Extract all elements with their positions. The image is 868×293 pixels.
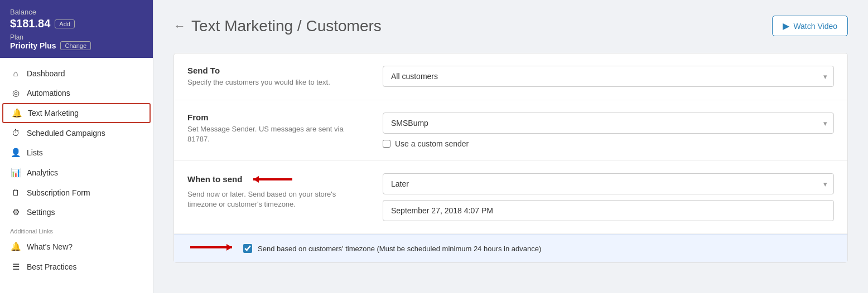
timezone-label: Send based on customers' timezone (Must …: [258, 245, 541, 253]
svg-marker-3: [226, 244, 232, 251]
form-section: Send To Specify the customers you would …: [173, 53, 848, 263]
automations-icon: ◎: [10, 88, 21, 98]
send-date-input[interactable]: [383, 200, 834, 221]
play-icon: ▶: [783, 21, 789, 31]
when-to-send-label-col: When to send Send now or later. Send bas…: [187, 173, 366, 209]
plan-label: Plan: [10, 33, 143, 41]
sidebar-item-best-practices[interactable]: ☰ Best Practices: [0, 257, 153, 277]
home-icon: ⌂: [10, 69, 21, 78]
sidebar-item-settings[interactable]: ⚙ Settings: [0, 202, 153, 222]
sidebar-item-label: Analytics: [27, 168, 58, 177]
send-to-control: All customers Specific customers Custome…: [383, 66, 834, 87]
sidebar-item-label: Lists: [27, 148, 43, 157]
sidebar-item-label: Dashboard: [27, 69, 65, 78]
when-to-send-label: When to send: [187, 173, 366, 187]
back-arrow-icon[interactable]: ←: [173, 19, 186, 33]
custom-sender-row: Use a custom sender: [383, 139, 834, 148]
sidebar-item-scheduled-campaigns[interactable]: ⏱ Scheduled Campaigns: [0, 123, 153, 143]
additional-links-label: Additional Links: [0, 222, 153, 237]
timezone-checkbox[interactable]: [243, 244, 252, 253]
sidebar-item-label: Automations: [27, 89, 70, 97]
sidebar-item-label: Settings: [27, 208, 55, 217]
analytics-icon: 📊: [10, 168, 21, 178]
sidebar-item-whats-new[interactable]: 🔔 What's New?: [0, 237, 153, 257]
sidebar-item-label: Text Marketing: [28, 109, 79, 118]
sidebar-item-label: What's New?: [27, 242, 73, 251]
send-to-label-col: Send To Specify the customers you would …: [187, 66, 366, 87]
balance-label: Balance: [10, 8, 143, 16]
sidebar-item-text-marketing[interactable]: 🔔 Text Marketing: [2, 103, 151, 123]
when-to-send-description: Send now or later. Send based on your st…: [187, 189, 366, 209]
from-label-col: From Set Message Sender. US messages are…: [187, 113, 366, 144]
watch-video-label: Watch Video: [793, 22, 837, 31]
send-to-select[interactable]: All customers Specific customers Custome…: [383, 66, 834, 87]
sidebar-item-analytics[interactable]: 📊 Analytics: [0, 163, 153, 183]
plan-name: Priority Plus Change: [10, 41, 143, 50]
from-row: From Set Message Sender. US messages are…: [174, 100, 847, 161]
send-to-select-wrapper: All customers Specific customers Custome…: [383, 66, 834, 87]
sidebar-item-lists[interactable]: 👤 Lists: [0, 143, 153, 163]
svg-marker-1: [253, 176, 259, 183]
page-header: ← Text Marketing / Customers ▶ Watch Vid…: [173, 16, 848, 36]
balance-value: $181.84: [10, 17, 50, 30]
best-practices-icon: ☰: [10, 262, 21, 272]
sidebar-item-label: Best Practices: [27, 262, 76, 271]
from-control: SMSBump Custom sender ▾ Use a custom sen…: [383, 113, 834, 148]
when-to-send-control: Now Later ▾: [383, 173, 834, 221]
balance-amount: $181.84 Add: [10, 17, 143, 30]
settings-icon: ⚙: [10, 207, 21, 217]
sidebar-item-automations[interactable]: ◎ Automations: [0, 83, 153, 103]
sidebar: Balance $181.84 Add Plan Priority Plus C…: [0, 0, 153, 293]
watch-video-button[interactable]: ▶ Watch Video: [772, 16, 848, 36]
timezone-row: Send based on customers' timezone (Must …: [174, 234, 847, 262]
add-balance-button[interactable]: Add: [55, 19, 75, 28]
sidebar-header: Balance $181.84 Add Plan Priority Plus C…: [0, 0, 153, 58]
from-description: Set Message Sender. US messages are sent…: [187, 124, 366, 144]
whats-new-icon: 🔔: [10, 242, 21, 252]
sidebar-nav: ⌂ Dashboard ◎ Automations 🔔 Text Marketi…: [0, 58, 153, 293]
send-to-row: Send To Specify the customers you would …: [174, 53, 847, 100]
page-title-text: Text Marketing / Customers: [191, 17, 382, 35]
send-to-label: Send To: [187, 66, 366, 75]
sidebar-item-label: Subscription Form: [27, 188, 90, 197]
custom-sender-label: Use a custom sender: [395, 139, 469, 148]
page-title: ← Text Marketing / Customers: [173, 17, 382, 35]
subscription-form-icon: 🗒: [10, 188, 21, 197]
when-to-send-row: When to send Send now or later. Send bas…: [174, 161, 847, 234]
sidebar-item-dashboard[interactable]: ⌂ Dashboard: [0, 64, 153, 83]
from-label: From: [187, 113, 366, 122]
red-left-arrow-annotation: [250, 173, 295, 187]
sidebar-item-label: Scheduled Campaigns: [27, 129, 105, 138]
when-to-send-select-wrapper: Now Later ▾: [383, 173, 834, 194]
main-content: ← Text Marketing / Customers ▶ Watch Vid…: [153, 0, 868, 293]
from-select[interactable]: SMSBump Custom sender: [383, 113, 834, 134]
sidebar-item-subscription-form[interactable]: 🗒 Subscription Form: [0, 183, 153, 202]
scheduled-campaigns-icon: ⏱: [10, 128, 21, 138]
text-marketing-icon: 🔔: [11, 108, 22, 118]
lists-icon: 👤: [10, 148, 21, 158]
plan-name-value: Priority Plus: [10, 41, 56, 50]
custom-sender-checkbox[interactable]: [383, 140, 390, 148]
when-to-send-select[interactable]: Now Later: [383, 173, 834, 194]
from-select-wrapper: SMSBump Custom sender ▾: [383, 113, 834, 134]
change-plan-button[interactable]: Change: [60, 41, 91, 50]
red-right-arrow-annotation: [187, 241, 238, 256]
send-to-description: Specify the customers you would like to …: [187, 77, 366, 87]
